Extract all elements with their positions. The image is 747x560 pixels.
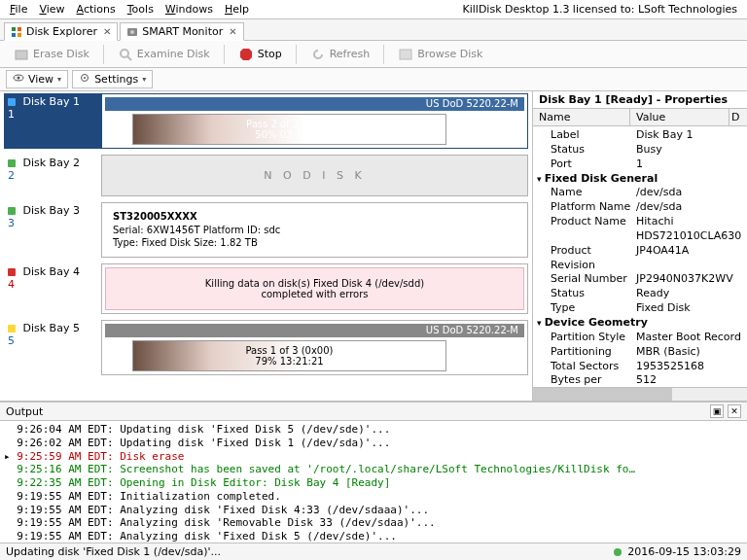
bay-title: Disk Bay 2 [23, 157, 80, 169]
erase-disk-button[interactable]: Erase Disk [6, 45, 97, 64]
menubar: File View Actions Tools Windows Help Kil… [0, 0, 747, 19]
error-line: Killing data on disk(s) Fixed Disk 4 (/d… [114, 278, 516, 289]
disk-bay-list[interactable]: Disk Bay 1 1 US DoD 5220.22-M Pass 2 of … [0, 91, 533, 401]
status-bar: Updating disk 'Fixed Disk 1 (/dev/sda)'.… [0, 542, 747, 560]
prop-value: Hitachi HDS721010CLA630 [636, 215, 745, 244]
erase-scheme: US DoD 5220.22-M [105, 324, 524, 337]
column-d[interactable]: D [729, 109, 747, 125]
browse-disk-button[interactable]: Browse Disk [390, 45, 490, 64]
svg-line-8 [127, 56, 131, 60]
properties-pane: Disk Bay 1 [Ready] - Properties Name Val… [533, 91, 747, 401]
output-panel: Output ▣ ✕ 9:26:04 AM EDT: Updating disk… [0, 401, 747, 542]
prop-group[interactable]: Device Geometry [535, 316, 745, 331]
caret-down-icon: ▾ [142, 75, 146, 84]
tab-label: Disk Explorer [26, 25, 97, 38]
svg-point-5 [130, 30, 134, 34]
dropdown-label: Settings [94, 73, 138, 86]
examine-icon [118, 47, 133, 62]
erase-icon [14, 47, 29, 62]
bay-number: 4 [8, 278, 15, 291]
disk-bay-3[interactable]: Disk Bay 3 3 ST320005XXXX Serial: 6XW145… [4, 202, 528, 258]
bay-body: Killing data on disk(s) Fixed Disk 4 (/d… [101, 263, 528, 314]
disk-bay-5[interactable]: Disk Bay 5 5 US DoD 5220.22-M Pass 1 of … [4, 320, 528, 375]
disk-bay-4[interactable]: Disk Bay 4 4 Killing data on disk(s) Fix… [4, 263, 528, 314]
prop-key: Total Sectors [535, 360, 636, 374]
bay-number: 1 [8, 108, 15, 121]
prop-value: Fixed Disk [636, 301, 745, 316]
properties-list[interactable]: LabelDisk Bay 1 StatusBusy Port1 Fixed D… [533, 126, 747, 387]
prop-value: 1953525168 [636, 360, 745, 374]
bay-title: Disk Bay 5 [23, 322, 80, 334]
prop-key: Partitioning [535, 345, 636, 360]
tab-smart-monitor[interactable]: SMART Monitor ✕ [120, 22, 243, 41]
sub-toolbar: View ▾ Settings ▾ [0, 68, 747, 91]
progress-pct-time: 79% 13:21:21 [255, 356, 323, 367]
stop-button[interactable]: Stop [231, 45, 290, 64]
bay-title: Disk Bay 1 [23, 95, 80, 108]
log-line: 9:19:55 AM EDT: Initialization completed… [4, 490, 743, 504]
status-led-icon [614, 548, 622, 556]
eye-icon [13, 72, 24, 87]
scrollbar-thumb[interactable] [533, 388, 672, 401]
prop-value: /dev/sda [636, 186, 745, 200]
prop-value: Ready [636, 287, 745, 301]
prop-key: Platform Name [535, 200, 636, 215]
prop-value: Busy [636, 143, 745, 158]
tab-disk-explorer[interactable]: Disk Explorer ✕ [4, 22, 118, 41]
float-icon[interactable]: ▣ [710, 404, 724, 418]
svg-point-12 [18, 77, 20, 80]
svg-rect-2 [12, 33, 16, 37]
prop-value: 1 [636, 158, 745, 172]
prop-value: /dev/sda [636, 200, 745, 215]
progress-pass: Pass 2 of 3 (0xFF) [246, 119, 333, 129]
examine-disk-button[interactable]: Examine Disk [110, 45, 218, 64]
progress-pct-time: 50% 03:37:01 [255, 129, 323, 140]
log-line: 9:19:55 AM EDT: Analyzing disk 'Removabl… [4, 516, 743, 530]
svg-rect-1 [18, 27, 21, 31]
main-toolbar: Erase Disk Examine Disk Stop Refresh Bro… [0, 41, 747, 68]
stop-icon [238, 47, 254, 62]
led-icon [8, 98, 16, 106]
disk-bay-1[interactable]: Disk Bay 1 1 US DoD 5220.22-M Pass 2 of … [4, 93, 528, 149]
svg-point-14 [84, 77, 86, 79]
view-dropdown[interactable]: View ▾ [6, 70, 68, 88]
bay-body: US DoD 5220.22-M Pass 2 of 3 (0xFF) 50% … [101, 93, 528, 149]
menu-tools[interactable]: Tools [122, 1, 160, 18]
properties-header: Name Value D [533, 109, 747, 126]
log-line: 9:26:04 AM EDT: Updating disk 'Fixed Dis… [4, 423, 743, 437]
progress-bar: Pass 2 of 3 (0xFF) 50% 03:37:01 [132, 114, 446, 145]
prop-value: JP4OA41A [636, 244, 745, 273]
prop-value: Master Boot Record [636, 331, 745, 345]
prop-key: Status [535, 143, 636, 158]
prop-key: Label [535, 128, 636, 143]
progress-pass: Pass 1 of 3 (0x00) [245, 345, 333, 356]
close-icon[interactable]: ✕ [728, 404, 741, 418]
settings-dropdown[interactable]: Settings ▾ [72, 70, 153, 88]
bay-number: 2 [8, 169, 15, 182]
disk-bay-2[interactable]: Disk Bay 2 2 N O D I S K [4, 155, 528, 196]
column-value[interactable]: Value [630, 109, 729, 125]
close-icon[interactable]: ✕ [101, 26, 111, 37]
menu-windows[interactable]: Windows [160, 1, 219, 18]
refresh-button[interactable]: Refresh [302, 45, 378, 64]
bay-body: N O D I S K [101, 155, 528, 196]
prop-key: Product Revision [535, 244, 636, 273]
log-line: 9:26:02 AM EDT: Updating disk 'Fixed Dis… [4, 437, 743, 450]
close-icon[interactable]: ✕ [227, 26, 236, 37]
menu-actions[interactable]: Actions [71, 1, 122, 18]
prop-group[interactable]: Fixed Disk General [535, 172, 745, 187]
output-log[interactable]: 9:26:04 AM EDT: Updating disk 'Fixed Dis… [0, 421, 747, 542]
prop-key: Product Name [535, 215, 636, 244]
menu-view[interactable]: View [33, 1, 70, 18]
output-title: Output [6, 405, 43, 418]
menu-file[interactable]: File [4, 1, 33, 18]
led-icon [8, 207, 16, 215]
bay-title: Disk Bay 4 [23, 265, 80, 278]
output-header: Output ▣ ✕ [0, 402, 747, 421]
column-name[interactable]: Name [533, 109, 630, 125]
bay-handle: Disk Bay 4 4 [4, 263, 101, 314]
button-label: Stop [258, 48, 282, 60]
menu-help[interactable]: Help [219, 1, 255, 18]
separator [224, 45, 225, 64]
horizontal-scrollbar[interactable] [533, 387, 747, 401]
